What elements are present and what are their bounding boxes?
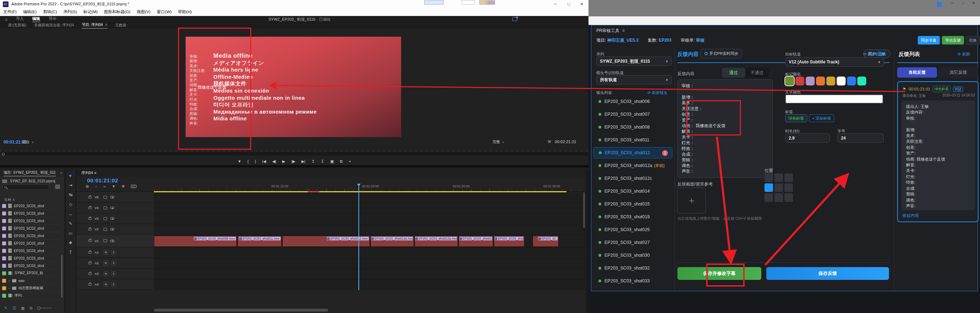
shot-list-item[interactable]: EP203_SC03_shot025 — [593, 224, 672, 235]
solo-button[interactable]: S — [111, 282, 116, 287]
timeline-settings-icon[interactable]: ⚒ — [122, 184, 125, 188]
position-cell[interactable] — [784, 193, 793, 202]
position-cell[interactable] — [775, 193, 783, 202]
project-item-row[interactable]: >wav — [2, 277, 61, 284]
project-item-row[interactable]: ?EP203_SC03_shot — [2, 255, 61, 262]
mark-in-icon[interactable]: { — [248, 159, 249, 163]
color-swatch[interactable] — [816, 77, 825, 85]
monitor-tab[interactable]: 音频剪辑混合器: 序列04 — [34, 23, 74, 28]
label-color-chip[interactable] — [2, 241, 6, 245]
menu-剪辑[interactable]: 剪辑(C) — [40, 9, 60, 14]
selection-tool[interactable]: ➤ — [68, 172, 73, 179]
track-label-A2[interactable]: A2 — [95, 261, 100, 265]
twirl-icon[interactable]: > — [8, 279, 10, 283]
folder-up-icon[interactable] — [2, 179, 7, 183]
edit-pencil-icon[interactable]: ✎ — [4, 306, 8, 310]
target-track-dropdown[interactable]: V12 (Auto Subtitle Track)∨ — [785, 57, 884, 67]
panel-overflow-icon[interactable]: » — [60, 171, 62, 175]
shot-list-item[interactable]: EP203_SC03_shot012c — [593, 173, 672, 184]
close-button[interactable]: ✕ — [969, 1, 978, 5]
shot-list-item[interactable]: EP203_SC03_shot012a [草稿] — [593, 160, 672, 171]
shot-track-dropdown[interactable]: 所有轨道∨ — [596, 75, 672, 85]
panel-menu-icon[interactable]: ≡ — [105, 22, 107, 27]
mute-button[interactable]: M — [103, 250, 108, 255]
label-color-chip[interactable] — [2, 271, 6, 275]
label-color-chip[interactable] — [2, 286, 6, 290]
tab-current-feedback[interactable]: 当前反馈 — [897, 67, 937, 78]
mute-button[interactable]: M — [103, 282, 108, 287]
add-screenshot-button[interactable]: + — [678, 188, 706, 213]
feedback-textarea[interactable]: 审核： 新增： 美术： 关联注意： 创意： 资产： 动画： 我修改这个反馈 解算… — [678, 80, 773, 178]
timeline-clip[interactable]: fxEP203_SC03_shot013.mov — [459, 236, 493, 247]
label-color-chip[interactable] — [2, 219, 6, 223]
timeline-tab[interactable]: 序列04 ≡ — [81, 171, 96, 176]
menu-编辑[interactable]: 编辑(E) — [20, 9, 40, 14]
toggle-track-output-icon[interactable] — [110, 240, 115, 242]
project-item-row[interactable]: ?EP203_SC03_shot — [2, 240, 61, 247]
position-cell[interactable] — [775, 184, 783, 192]
track-label-V4[interactable]: V4 — [95, 206, 100, 210]
snap-icon[interactable]: ∩ — [95, 184, 97, 188]
track-lock-icon[interactable] — [89, 283, 91, 286]
label-color-chip[interactable] — [2, 211, 6, 216]
position-cell[interactable] — [765, 173, 773, 182]
review-tool-tab[interactable]: PR审核工具≡ — [596, 28, 625, 34]
sync-lock-icon[interactable] — [103, 239, 107, 242]
project-item-row[interactable]: ?EP203_SC03_shot — [2, 225, 61, 232]
zoom-level-dropdown[interactable]: 适合∨ — [22, 140, 34, 145]
add-tag-button[interactable]: + 添加标签 — [809, 114, 834, 122]
track-lock-icon[interactable] — [89, 207, 91, 209]
linked-selection-icon[interactable]: ∞ — [103, 184, 106, 188]
maximize-button[interactable]: □ — [958, 1, 967, 5]
track-lock-icon[interactable] — [89, 251, 91, 254]
menu-窗口[interactable]: 窗口(W) — [154, 9, 175, 14]
shot-list-item[interactable]: EP203_SC03_shot014 — [593, 185, 672, 197]
monitor-tab[interactable]: 元数据 — [115, 23, 127, 28]
position-cell[interactable] — [784, 173, 793, 182]
project-item-row[interactable]: ?EP203_SC03_shot — [2, 210, 61, 217]
color-swatch[interactable] — [847, 77, 856, 85]
solo-button[interactable]: S — [111, 261, 116, 265]
feedback-card[interactable]: ⚑ 00:01:21:01 绿色标签 V12 最后修改: 王敏 2026-03-… — [897, 81, 978, 222]
project-item-row[interactable]: ?EP203_SC03_shot — [2, 232, 61, 240]
mute-button[interactable]: M — [103, 261, 108, 265]
position-cell[interactable] — [765, 184, 773, 192]
track-lock-icon[interactable] — [89, 262, 91, 264]
breadcrumb[interactable]: SYWZ_EP..初渲_0115.prproj — [2, 179, 55, 184]
step-forward-icon[interactable]: |▶ — [291, 159, 295, 164]
shot-list-item[interactable]: EP203_SC03_shot008 — [593, 121, 672, 133]
color-swatch[interactable] — [795, 77, 804, 85]
label-color-chip[interactable] — [2, 279, 6, 283]
shot-list-item[interactable]: EP203_SC03_shot027 — [593, 237, 672, 248]
toggle-track-output-icon[interactable] — [110, 206, 115, 209]
label-color-chip[interactable] — [2, 249, 6, 253]
toggle-track-output-icon[interactable] — [110, 217, 115, 220]
hand-tool[interactable]: ❖ — [68, 240, 73, 245]
export-feedback-button[interactable]: 导出反馈 — [942, 36, 964, 45]
monitor-tab[interactable]: 节目: 序列04≡ — [82, 22, 107, 29]
lift-icon[interactable]: ↥ — [312, 159, 315, 164]
menu-标记[interactable]: 标记(M) — [80, 9, 101, 14]
button-editor-icon[interactable]: + — [349, 159, 351, 163]
timeline-clip[interactable]: fxEP203_SC — [533, 236, 558, 247]
position-cell[interactable] — [775, 173, 783, 182]
minimize-button[interactable]: ─ — [549, 0, 562, 8]
shot-list-item[interactable]: EP203_SC03_shot0121 — [593, 147, 672, 158]
green-tag-badge[interactable]: 绿色标签 — [785, 114, 807, 122]
color-swatch[interactable] — [858, 77, 866, 85]
step-back-icon[interactable]: ◀| — [272, 159, 276, 164]
collapse-content-link[interactable]: 收起内容 — [902, 213, 919, 218]
label-color-chip[interactable] — [2, 227, 6, 230]
thumbnail-zoom-slider[interactable] — [37, 308, 52, 308]
refresh-track-link[interactable]: ⟳ 刷新轨道 — [863, 52, 883, 57]
workspace-tab-导入[interactable]: 导入 — [16, 16, 24, 22]
monitor-seek-bar[interactable] — [0, 152, 589, 156]
go-to-out-icon[interactable]: ▶| — [302, 159, 305, 164]
go-to-in-icon[interactable]: |◀ — [262, 159, 266, 164]
refresh-shots-link[interactable]: ⟳ 刷新镜头 — [648, 90, 667, 96]
export-frame-icon[interactable]: ▣ — [330, 159, 334, 164]
color-swatch[interactable] — [785, 77, 794, 85]
track-lock-icon[interactable] — [89, 228, 91, 230]
sync-subtitle-button[interactable]: 同步字幕 — [918, 36, 940, 45]
project-item-row[interactable]: >动态图形模板媒 — [2, 284, 61, 292]
